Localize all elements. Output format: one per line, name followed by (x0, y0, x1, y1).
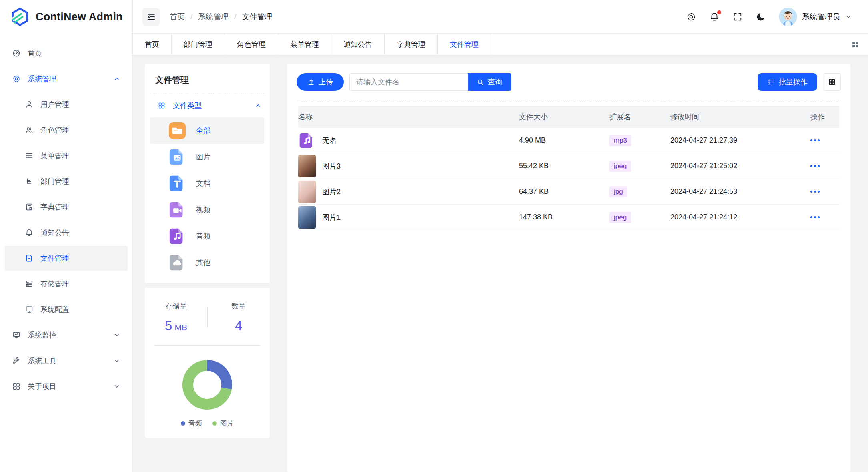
tab-label: 部门管理 (184, 40, 212, 49)
settings-button[interactable] (686, 12, 696, 22)
search-input[interactable] (349, 73, 468, 91)
modified-time: 2024-04-27 21:27:39 (670, 136, 810, 145)
other-file-icon (168, 253, 186, 272)
file-name[interactable]: 图片1 (322, 213, 341, 222)
file-name[interactable]: 图片2 (322, 187, 341, 197)
column-header-name: 名称 (298, 112, 519, 122)
sidebar-item-label: 用户管理 (40, 100, 69, 109)
tab-role[interactable]: 角色管理 (225, 34, 278, 55)
legend-item-image[interactable]: 图片 (212, 419, 234, 428)
file-type-image[interactable]: 图片 (150, 144, 264, 170)
tab-label: 菜单管理 (290, 40, 319, 49)
file-name[interactable]: 图片3 (322, 161, 341, 171)
tab-dictionary[interactable]: 字典管理 (385, 34, 438, 55)
folder-all-icon (168, 121, 186, 140)
user-menu[interactable]: 系统管理员 (779, 8, 852, 26)
sidebar-item-about-project[interactable]: 关于项目 (5, 374, 128, 399)
file-table: 名称 文件大小 扩展名 修改时间 操作 无名 4.90 MB (287, 106, 850, 230)
file-name[interactable]: 无名 (322, 136, 337, 145)
sidebar-item-label: 菜单管理 (40, 151, 69, 161)
sidebar-item-role-management[interactable]: 角色管理 (5, 118, 128, 143)
row-actions-button[interactable] (810, 163, 839, 169)
grid-view-toggle-button[interactable] (823, 73, 841, 91)
sidebar-item-label: 系统配置 (40, 305, 69, 314)
file-type-other[interactable]: 其他 (150, 249, 264, 276)
menu-lines-icon (25, 151, 34, 160)
sidebar-item-file-management[interactable]: 文件管理 (5, 246, 128, 271)
left-column: 文件管理 文件类型 全部 (145, 64, 270, 472)
file-type-label: 其他 (196, 258, 210, 267)
sidebar-item-storage-management[interactable]: 存储管理 (5, 271, 128, 296)
tab-label: 通知公告 (343, 40, 372, 49)
sidebar-item-system-tools[interactable]: 系统工具 (5, 348, 128, 373)
file-type-audio[interactable]: 音频 (150, 223, 264, 249)
file-type-label: 音频 (196, 231, 210, 241)
tab-menu[interactable]: 菜单管理 (278, 34, 331, 55)
file-type-all[interactable]: 全部 (150, 117, 264, 144)
tab-list-button[interactable] (842, 34, 868, 55)
sidebar-item-system-management[interactable]: 系统管理 (5, 66, 128, 91)
batch-operations-button[interactable]: 批量操作 (758, 73, 817, 91)
tab-department[interactable]: 部门管理 (172, 34, 225, 55)
file-type-group-toggle[interactable]: 文件类型 (145, 94, 270, 117)
moon-icon (756, 12, 766, 22)
chevron-down-icon (113, 357, 120, 364)
audio-file-icon (298, 132, 316, 149)
modified-time: 2024-04-27 21:25:02 (670, 162, 810, 170)
modified-time: 2024-04-27 21:24:12 (670, 213, 810, 221)
row-actions-button[interactable] (810, 214, 839, 221)
legend-item-audio[interactable]: 音频 (181, 419, 202, 428)
query-button[interactable]: 查询 (468, 73, 511, 91)
photo-thumbnail (298, 181, 316, 203)
sidebar-item-label: 系统监控 (28, 330, 56, 340)
file-icon (25, 254, 34, 263)
table-row[interactable]: 图片1 147.38 KB jpeg 2024-04-27 21:24:12 (298, 205, 839, 230)
table-row[interactable]: 图片2 64.37 KB jpg 2024-04-27 21:24:53 (298, 179, 839, 205)
table-header: 名称 文件大小 扩展名 修改时间 操作 (298, 106, 839, 128)
logo[interactable]: ContiNew Admin (0, 0, 132, 34)
file-list-panel: 上传 查询 批量操作 (287, 64, 850, 472)
file-size: 147.38 KB (519, 213, 609, 221)
notifications-button[interactable] (709, 12, 720, 22)
tab-notice[interactable]: 通知公告 (331, 34, 385, 55)
chart-legend: 音频 图片 (181, 419, 234, 428)
sidebar-item-department-management[interactable]: 部门管理 (5, 169, 128, 194)
panel-title: 文件管理 (145, 74, 270, 94)
breadcrumb-item-system[interactable]: 系统管理 (198, 12, 229, 22)
row-actions-button[interactable] (810, 137, 839, 144)
sidebar-item-notice[interactable]: 通知公告 (5, 220, 128, 245)
storage-icon (25, 279, 34, 288)
tab-file-management[interactable]: 文件管理 (438, 34, 491, 55)
batch-label: 批量操作 (779, 77, 808, 87)
gear-icon (12, 74, 21, 83)
column-header-actions: 操作 (810, 112, 839, 122)
extension-badge: jpg (609, 186, 627, 197)
dictionary-icon (25, 203, 34, 211)
sidebar-collapse-button[interactable] (142, 8, 160, 26)
breadcrumb: 首页 / 系统管理 / 文件管理 (170, 12, 273, 22)
notification-dot (717, 10, 721, 14)
sidebar-item-home[interactable]: 首页 (5, 41, 128, 66)
sidebar-item-system-monitor[interactable]: 系统监控 (5, 323, 128, 347)
count-value: 4 (235, 318, 242, 333)
table-row[interactable]: 无名 4.90 MB mp3 2024-04-27 21:27:39 (298, 128, 839, 153)
sidebar-item-label: 通知公告 (40, 228, 69, 237)
sidebar-item-dictionary-management[interactable]: 字典管理 (5, 195, 128, 219)
upload-icon (307, 78, 315, 86)
sidebar-item-system-config[interactable]: 系统配置 (5, 297, 128, 322)
table-row[interactable]: 图片3 55.42 KB jpeg 2024-04-27 21:25:02 (298, 153, 839, 179)
file-type-document[interactable]: 文档 (150, 170, 264, 197)
sidebar-item-user-management[interactable]: 用户管理 (5, 92, 128, 117)
dark-mode-toggle[interactable] (756, 12, 766, 22)
file-type-video[interactable]: 视频 (150, 197, 264, 223)
fullscreen-button[interactable] (732, 12, 743, 22)
sidebar-item-menu-management[interactable]: 菜单管理 (5, 143, 128, 168)
gear-icon (686, 12, 696, 22)
row-actions-button[interactable] (810, 188, 839, 195)
breadcrumb-item-home[interactable]: 首页 (170, 12, 185, 22)
tab-home[interactable]: 首页 (133, 34, 172, 55)
upload-button[interactable]: 上传 (297, 73, 344, 91)
tabstrip-spacer (491, 34, 842, 55)
document-file-icon (168, 174, 186, 193)
tab-bar: 首页 部门管理 角色管理 菜单管理 通知公告 字典管理 文件管理 (133, 34, 868, 55)
